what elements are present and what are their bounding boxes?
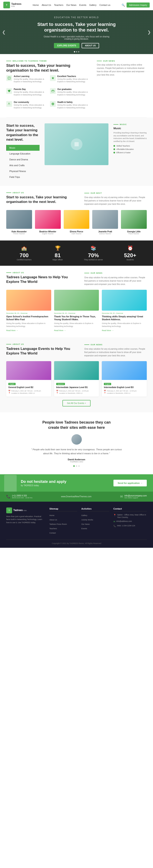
about-us-button[interactable]: ABOUT US <box>82 43 99 48</box>
news-title: Tadrees Language News to Help You Explor… <box>6 275 79 284</box>
courses-left: Start to success, Take your learning org… <box>6 123 40 180</box>
features-left: WELCOME TO TADREES THEME Start to succes… <box>6 60 91 112</box>
courses-detail-desc: Providing teaching e-learning e-learning… <box>113 131 147 143</box>
teacher-name-2: Beatrice Wheeler <box>35 230 61 233</box>
admission-button[interactable]: Admission Inquiry <box>126 2 150 7</box>
teacher-card-4: Jeanette Pratt science Teacher <box>92 210 118 235</box>
contact-bar: 📞 (+1) 2005 9 333 MON-SUN 9:00 - 16:00 H… <box>0 492 153 502</box>
news-excerpt-2: Giving the quality, Show education & Exp… <box>54 322 99 328</box>
teachers-section: About Us Start to success, Take your lea… <box>0 186 153 241</box>
nav-home[interactable]: Home <box>33 4 39 6</box>
star-icon <box>50 75 56 81</box>
footer-link-press[interactable]: Tadrees Press Room <box>49 523 67 525</box>
news-read-more-1[interactable]: Read More → <box>6 330 51 332</box>
hero-dot-1[interactable] <box>74 51 75 53</box>
all-events-button[interactable]: Get All Our Events + <box>63 400 90 406</box>
stat-number-teachers: 700 <box>17 252 32 259</box>
testimonial-dot-1[interactable] <box>73 465 75 467</box>
news-read-more-3[interactable]: Read More → <box>102 330 147 332</box>
footer-link-activity[interactable]: Activity Works <box>81 519 93 521</box>
nav-about[interactable]: About Us <box>42 4 51 6</box>
stats-section: 🏫 700 Certified teachers 🏆 81 Major offi… <box>0 241 153 266</box>
hero-dot-3[interactable] <box>78 51 79 53</box>
menu-item-field[interactable]: Field Trips <box>6 174 40 180</box>
footer-link-about[interactable]: About Us <box>49 519 57 521</box>
stat-label-teachers: Certified teachers <box>17 259 32 261</box>
nav-teachers[interactable]: Teachers <box>54 4 64 6</box>
footer-link-events[interactable]: Events <box>81 528 87 530</box>
testimonial-dot-2[interactable] <box>76 465 77 467</box>
teacher-role-4: science Teacher <box>92 233 118 235</box>
event-detail-location-3: 📍 Location in Stockholm, 2290 LU <box>104 392 145 394</box>
testimonial-quote: " People who build their own home tend t… <box>31 447 122 455</box>
search-icon[interactable]: 🔍 <box>122 4 125 7</box>
testimonial-dot-3[interactable] <box>78 465 80 467</box>
hero-prev-arrow[interactable]: ❮ <box>2 30 6 35</box>
testimonial-avatar <box>71 434 82 445</box>
pin-icon-2: 📍 <box>56 392 58 394</box>
stat-percent: 📚 70% They worked on server <box>84 246 103 261</box>
cta-button[interactable]: Send for application → <box>113 480 147 487</box>
footer-link-teachers[interactable]: Teachers <box>49 528 57 530</box>
features-grid: Active Learning Giving the quality, Show… <box>6 75 91 112</box>
courses-detail-title: Music <box>113 127 147 130</box>
menu-item-physical[interactable]: Physical Fitness <box>6 168 40 174</box>
teacher-name-1: Kate Alexander <box>6 230 32 233</box>
label-line6 <box>6 272 11 273</box>
news-image-1 <box>6 290 51 311</box>
explore-events-button[interactable]: EXPLORE EVENTS <box>54 43 79 48</box>
feature-dot-2 <box>113 148 115 150</box>
navbar: T Tadrees Kids Home About Us Teachers Ou… <box>0 0 153 10</box>
hero-dot-2[interactable] <box>76 51 77 53</box>
feature-text-active: Active Learning Giving the quality, Show… <box>14 75 47 86</box>
footer-link-gallery[interactable]: Gallery <box>81 515 87 517</box>
event-card-3: English Intermediate English Level B3 📅 … <box>102 361 147 397</box>
footer-logo-text: Tadrees Kids <box>13 509 27 512</box>
teachers-title: Start to success, Take your learning org… <box>6 195 79 204</box>
footer-contact-phone: 📞 Mob: 1-234-1234-124 <box>113 524 147 528</box>
menu-item-music[interactable]: Music <box>6 145 40 151</box>
footer-sitemap-title: Sitemap <box>49 507 77 512</box>
footer-contact-col: Contact 📍 Option - Office Area, Near Off… <box>113 507 147 535</box>
contact-website-url: www.DownloadNewThemes.com <box>61 495 91 498</box>
feature-text-graduates: Our graduates Giving the quality, Show e… <box>58 88 91 98</box>
cta-sub: by TADREES today <box>21 484 66 487</box>
event-detail-location-2: 📍 Location in Stockholm, 2290 LU <box>56 392 97 394</box>
feature-dot-1 <box>113 145 115 147</box>
stat-number-students: 520+ <box>124 252 136 259</box>
teacher-photo-4 <box>92 210 118 229</box>
footer-link-news[interactable]: Our News <box>81 523 90 525</box>
stat-icon-percent: 📚 <box>84 246 103 251</box>
courses-details: Music Music Providing teaching e-learnin… <box>113 123 147 180</box>
news-meta-1: December 08, 20 • Grammar <box>6 312 51 314</box>
footer-bottom: Copyright © 2021 by TADREES theme. All R… <box>6 539 147 545</box>
calendar-icon-1: 📅 <box>8 390 10 392</box>
news-read-more-2[interactable]: Read More → <box>54 330 99 332</box>
footer-link-contact[interactable]: Contact <box>49 532 56 534</box>
courses-section-label: Music <box>113 123 147 125</box>
footer-activities-col: Activities Gallery Activity Works Our Ne… <box>81 507 109 535</box>
footer-link-home[interactable]: Home <box>49 515 54 517</box>
feature-community: Our community Giving the quality, Show e… <box>6 101 47 112</box>
brand-logo[interactable]: T Tadrees Kids <box>3 2 22 8</box>
event-title-2: Intermediate Japanese Level B1 <box>56 386 97 389</box>
contact-website: www.DownloadNewThemes.com <box>61 495 91 498</box>
hero-next-arrow[interactable]: ❯ <box>147 30 151 35</box>
feature-text-health: Health & Safety Giving the quality, Show… <box>58 101 91 112</box>
teacher-card-1: Kate Alexander French Teacher <box>6 210 32 235</box>
menu-item-dance[interactable]: Dance and Drama <box>6 157 40 162</box>
nav-contact[interactable]: Contact us <box>100 4 111 6</box>
teacher-photo-placeholder-1 <box>6 210 32 229</box>
svg-point-3 <box>8 103 9 104</box>
menu-item-arts[interactable]: Arts and Crafts <box>6 162 40 168</box>
teacher-name-5: Georgia Little <box>121 230 147 233</box>
nav-events[interactable]: Events <box>79 4 86 6</box>
nav-gallery[interactable]: Gallery <box>89 4 97 6</box>
menu-item-language[interactable]: Language Education <box>6 151 40 157</box>
label-line7 <box>84 273 89 273</box>
tel-icon: 📞 <box>113 525 116 528</box>
event-card-1: English General English Level B2 📅 Febru… <box>6 361 51 397</box>
teachers-header: About Us Start to success, Take your lea… <box>6 192 147 206</box>
nav-news[interactable]: Our News <box>66 4 76 6</box>
label-line2 <box>97 61 102 61</box>
